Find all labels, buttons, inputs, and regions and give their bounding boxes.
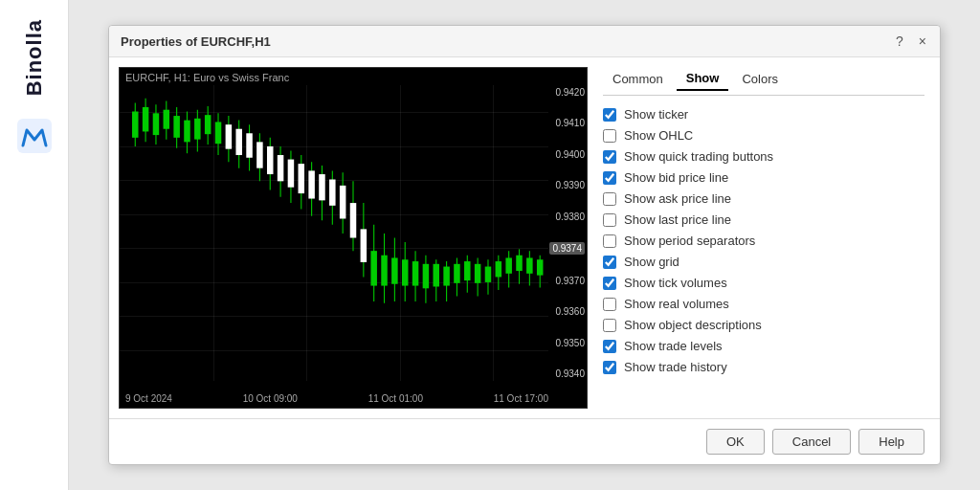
svg-rect-57	[299, 164, 305, 193]
checkbox-show-quick-trading[interactable]: Show quick trading buttons	[603, 149, 924, 164]
checkbox-show-ticker[interactable]: Show ticker	[603, 107, 924, 122]
svg-rect-68	[412, 261, 419, 285]
svg-rect-73	[464, 261, 471, 280]
checkbox-show-tick-volumes-input[interactable]	[603, 277, 616, 290]
svg-rect-76	[496, 261, 502, 277]
checkbox-show-object-desc[interactable]: Show object descriptions	[603, 318, 924, 332]
checkbox-show-last-price-input[interactable]	[603, 213, 616, 227]
checkbox-show-trade-levels-label: Show trade levels	[624, 339, 723, 353]
svg-rect-74	[475, 264, 481, 283]
checkbox-show-ask-price[interactable]: Show ask price line	[603, 191, 924, 206]
checkbox-show-ask-price-input[interactable]	[603, 192, 616, 206]
svg-rect-43	[153, 113, 160, 135]
svg-rect-78	[516, 256, 523, 271]
checkbox-show-trade-history-label: Show trade history	[624, 360, 727, 374]
checkbox-show-trade-levels-input[interactable]	[603, 340, 616, 353]
checkbox-show-bid-price[interactable]: Show bid price line	[603, 170, 924, 185]
checkbox-show-trade-levels[interactable]: Show trade levels	[603, 339, 924, 353]
checkbox-show-tick-volumes-label: Show tick volumes	[624, 276, 727, 290]
checkbox-show-quick-trading-label: Show quick trading buttons	[624, 149, 773, 164]
svg-rect-47	[194, 119, 201, 140]
checkbox-show-period-sep-input[interactable]	[603, 234, 616, 248]
svg-rect-41	[132, 112, 139, 138]
checkbox-show-last-price[interactable]: Show last price line	[603, 212, 924, 227]
checkbox-list: Show ticker Show OHLC Show quick trading…	[603, 107, 924, 409]
checkbox-show-grid[interactable]: Show grid	[603, 255, 924, 269]
titlebar-controls: ? ×	[894, 33, 928, 49]
tab-colors[interactable]: Colors	[732, 67, 788, 91]
svg-rect-51	[235, 129, 242, 155]
checkbox-show-last-price-label: Show last price line	[624, 212, 731, 227]
svg-rect-46	[184, 121, 190, 143]
svg-rect-65	[381, 256, 388, 286]
date-labels: 9 Oct 2024 10 Oct 09:00 11 Oct 01:00 11 …	[125, 393, 548, 404]
checkbox-show-ohlc[interactable]: Show OHLC	[603, 128, 924, 143]
checkbox-show-ticker-label: Show ticker	[624, 107, 688, 122]
svg-rect-54	[267, 146, 274, 174]
checkbox-show-ohlc-label: Show OHLC	[624, 128, 693, 143]
svg-rect-79	[526, 257, 533, 273]
close-button[interactable]: ×	[917, 33, 928, 49]
svg-rect-60	[329, 180, 336, 206]
help-footer-button[interactable]: Help	[858, 429, 924, 455]
help-button[interactable]: ?	[894, 33, 905, 49]
chart-area: EURCHF, H1: Euro vs Swiss Franc	[119, 67, 588, 409]
tabs: Common Show Colors	[603, 67, 924, 96]
svg-rect-77	[505, 257, 512, 273]
svg-rect-44	[164, 110, 170, 129]
date-0: 9 Oct 2024	[125, 393, 172, 404]
svg-rect-59	[319, 174, 325, 200]
svg-rect-50	[226, 124, 233, 148]
checkbox-show-object-desc-input[interactable]	[603, 319, 616, 332]
svg-rect-72	[454, 264, 460, 283]
svg-rect-58	[308, 170, 315, 198]
svg-rect-42	[143, 107, 149, 131]
svg-rect-53	[256, 142, 263, 167]
svg-rect-0	[17, 119, 52, 153]
svg-rect-52	[246, 133, 253, 157]
cancel-button[interactable]: Cancel	[772, 429, 851, 455]
svg-rect-62	[350, 203, 357, 237]
checkbox-show-grid-input[interactable]	[603, 256, 616, 269]
svg-rect-48	[205, 115, 212, 134]
svg-rect-70	[434, 264, 440, 287]
svg-rect-75	[485, 267, 492, 282]
sidebar: Binolla	[0, 0, 69, 490]
svg-rect-67	[402, 259, 409, 285]
svg-rect-45	[173, 116, 180, 138]
checkbox-show-real-volumes-label: Show real volumes	[624, 297, 729, 311]
dialog-title: Properties of EURCHF,H1	[121, 34, 271, 49]
svg-rect-63	[361, 229, 368, 262]
svg-rect-66	[391, 257, 398, 283]
checkbox-show-quick-trading-input[interactable]	[603, 150, 616, 164]
checkbox-show-ticker-input[interactable]	[603, 108, 616, 122]
right-panel: Common Show Colors Show ticker Show OHLC	[588, 57, 940, 418]
svg-rect-61	[340, 186, 346, 219]
tab-show[interactable]: Show	[677, 67, 729, 91]
checkbox-show-real-volumes-input[interactable]	[603, 298, 616, 311]
checkbox-show-period-sep[interactable]: Show period separators	[603, 234, 924, 248]
checkbox-show-ask-price-label: Show ask price line	[624, 191, 731, 206]
brand-icon	[17, 119, 52, 153]
ok-button[interactable]: OK	[706, 429, 765, 455]
checkbox-show-grid-label: Show grid	[624, 255, 679, 269]
tab-common[interactable]: Common	[603, 67, 673, 91]
checkbox-show-real-volumes[interactable]: Show real volumes	[603, 297, 924, 311]
dialog: Properties of EURCHF,H1 ? × EURCHF, H1: …	[108, 25, 941, 465]
app-wrapper: Binolla Properties of EURCHF,H1 ? × EURC…	[0, 0, 980, 490]
checkbox-show-tick-volumes[interactable]: Show tick volumes	[603, 276, 924, 290]
svg-rect-69	[423, 264, 430, 288]
svg-rect-55	[278, 155, 284, 181]
checkbox-show-bid-price-input[interactable]	[603, 171, 616, 185]
dialog-titlebar: Properties of EURCHF,H1 ? ×	[109, 26, 940, 57]
checkbox-show-period-sep-label: Show period separators	[624, 234, 755, 248]
brand-logo: Binolla	[22, 19, 47, 96]
checkbox-show-trade-history-input[interactable]	[603, 361, 616, 374]
checkbox-show-trade-history[interactable]: Show trade history	[603, 360, 924, 374]
main-content: Properties of EURCHF,H1 ? × EURCHF, H1: …	[69, 0, 980, 490]
svg-rect-49	[215, 122, 222, 144]
checkbox-show-ohlc-input[interactable]	[603, 129, 616, 143]
dialog-body: EURCHF, H1: Euro vs Swiss Franc	[109, 57, 940, 418]
svg-rect-56	[288, 160, 295, 188]
svg-rect-71	[443, 267, 450, 286]
